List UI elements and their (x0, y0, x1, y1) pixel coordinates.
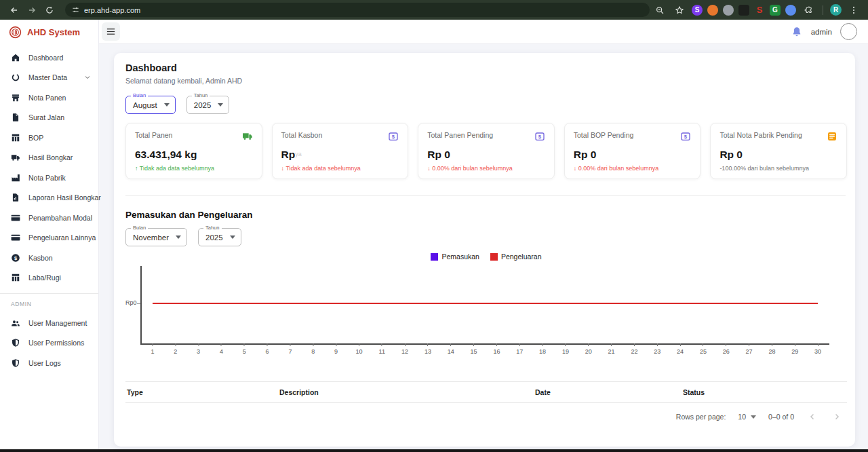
sidebar-divider (0, 293, 98, 294)
reload-icon[interactable] (42, 3, 57, 18)
table-header-type: Type (125, 382, 278, 402)
sidebar-item-nota-panen[interactable]: Nota Panen (0, 88, 98, 108)
month-select-value: August (133, 101, 157, 109)
chart-year-select-label: Tahun (203, 225, 221, 231)
sidebar-item-penambahan-modal[interactable]: Penambahan Modal (0, 208, 98, 228)
rows-per-page-label: Rows per page: (676, 413, 726, 421)
x-axis-tick: 1 (151, 343, 154, 355)
notifications-bell-icon[interactable] (791, 26, 803, 38)
sidebar-item-label: Dashboard (28, 54, 92, 62)
extension-dark-icon[interactable] (738, 5, 749, 16)
sidebar-item-pengeluaran-lainnya[interactable]: Pengeluaran Lainnya (0, 228, 98, 248)
stat-card-total-nota-pabrik-pending: Total Nota Pabrik Pending Rp 0 -100.00% … (710, 123, 847, 179)
x-axis-tick: 11 (379, 343, 385, 355)
stat-card-delta: -100.00% dari bulan sebelumnya (719, 165, 837, 172)
sidebar-item-user-permissions[interactable]: User Permissions (0, 333, 98, 354)
sidebar-item-master-data[interactable]: Master Data (0, 68, 98, 88)
pagination-range-label: 0–0 of 0 (768, 413, 794, 421)
chart-legend: Pemasukan Pengeluaran (125, 252, 847, 261)
sidebar-toggle-button[interactable] (102, 22, 120, 41)
x-axis-tick: 4 (220, 343, 223, 355)
sidebar-item-laporan-hasil-bongkar[interactable]: Laporan Hasil Bongkar (0, 188, 98, 208)
chart-section-title: Pemasukan dan Pengeluaran (125, 210, 847, 220)
table-pagination: Rows per page: 10 0–0 of 0 (125, 403, 847, 430)
browser-profile-avatar[interactable]: R (830, 4, 842, 16)
sidebar-item-nota-pabrik[interactable]: Nota Pabrik (0, 168, 98, 188)
sidebar-item-user-management[interactable]: User Management (0, 313, 98, 333)
admin-section-label: ADMIN (0, 298, 98, 313)
x-axis-tick: 3 (197, 343, 200, 355)
x-axis-tick: 2 (174, 343, 177, 355)
extension-purple-s-icon[interactable]: S (692, 5, 703, 16)
sidebar-item-dashboard[interactable]: Dashboard (0, 48, 98, 68)
previous-page-icon[interactable] (806, 411, 818, 423)
transactions-table: Type Description Date Status (125, 381, 847, 403)
sidebar-item-label: User Permissions (28, 339, 92, 347)
sidebar-item-label: Penambahan Modal (28, 214, 92, 222)
sidebar-item-label: Nota Panen (28, 94, 92, 102)
stat-card-total-bop-pending: Total BOP Pending $ Rp 0 ↓ 0.00% dari bu… (564, 123, 701, 179)
sidebar-item-label: Hasil Bongkar (28, 153, 92, 162)
x-axis-tick: 28 (768, 343, 775, 355)
table-icon (11, 273, 20, 282)
month-select[interactable]: Bulan August (125, 96, 176, 114)
card-icon (11, 213, 20, 223)
x-axis-tick: 6 (266, 343, 269, 355)
x-axis-tick: 12 (401, 343, 408, 355)
x-axis-tick: 25 (700, 343, 707, 355)
rows-per-page-value: 10 (738, 413, 746, 421)
forward-icon[interactable] (24, 3, 39, 18)
stat-card-delta: ↑ Tidak ada data sebelumnya (135, 165, 253, 172)
x-axis-tick: 13 (425, 343, 431, 355)
extension-blue-ball-icon[interactable] (785, 5, 796, 16)
sidebar-item-user-logs[interactable]: User Logs (0, 353, 98, 373)
zoom-icon[interactable] (652, 3, 667, 18)
x-axis-tick: 9 (334, 343, 338, 355)
wallet-icon: $ (388, 131, 399, 145)
x-axis-tick: 30 (814, 343, 821, 355)
y-axis-tick-label: Rp0 (125, 299, 136, 306)
stat-card-value: Rp 0 (427, 149, 545, 161)
extension-red-s-icon[interactable]: S (754, 5, 765, 16)
sidebar-item-label: User Logs (28, 359, 92, 367)
chevron-down-icon (83, 73, 92, 81)
x-axis-tick: 15 (471, 343, 477, 355)
sidebar-item-laba-rugi[interactable]: Laba/Rugi (0, 268, 98, 288)
extension-compass-icon[interactable] (723, 5, 734, 16)
rows-per-page-select[interactable]: 10 (738, 413, 756, 421)
x-axis-tick: 16 (493, 343, 500, 355)
bookmark-star-icon[interactable] (672, 3, 687, 18)
browser-menu-icon[interactable] (846, 3, 861, 18)
home-icon (11, 53, 20, 62)
year-select[interactable]: Tahun 2025 (186, 96, 230, 114)
card-icon (11, 233, 20, 242)
sidebar-item-label: Master Data (28, 73, 75, 81)
x-axis-tick: 23 (654, 343, 660, 355)
x-axis-tick: 14 (448, 343, 454, 355)
address-bar[interactable]: erp.ahd-app.com (65, 3, 650, 17)
sidebar-item-hasil-bongkar[interactable]: Hasil Bongkar (0, 148, 98, 168)
svg-text:$: $ (684, 134, 688, 140)
truck-stat-icon (242, 131, 253, 145)
legend-swatch-icon (431, 253, 438, 261)
sidebar-item-kasbon[interactable]: $ Kasbon (0, 248, 98, 268)
x-axis-tick: 27 (746, 343, 753, 355)
stat-card-total-panen-pending: Total Panen Pending $ Rp 0 ↓ 0.00% dari … (418, 123, 555, 179)
chart-year-select[interactable]: Tahun 2025 (198, 228, 241, 246)
page-title: Dashboard (125, 62, 847, 73)
extension-green-g-icon[interactable]: G (770, 5, 781, 16)
user-avatar[interactable] (840, 23, 857, 40)
sidebar-item-surat-jalan[interactable]: Surat Jalan (0, 108, 98, 128)
x-axis-tick: 18 (539, 343, 546, 355)
site-settings-icon (72, 6, 79, 14)
sidebar: Dashboard Master Data Nota Panen Surat J… (0, 44, 99, 449)
x-axis-tick: 10 (355, 343, 362, 355)
chart-month-select[interactable]: Bulan November (125, 228, 187, 246)
extensions-puzzle-icon[interactable] (801, 3, 816, 18)
next-page-icon[interactable] (831, 411, 843, 423)
dropdown-caret-icon (164, 103, 170, 107)
sidebar-item-bop[interactable]: BOP (0, 128, 98, 148)
extension-fox-icon[interactable] (707, 5, 718, 16)
back-icon[interactable] (7, 3, 22, 18)
x-axis-tick: 24 (677, 343, 684, 355)
